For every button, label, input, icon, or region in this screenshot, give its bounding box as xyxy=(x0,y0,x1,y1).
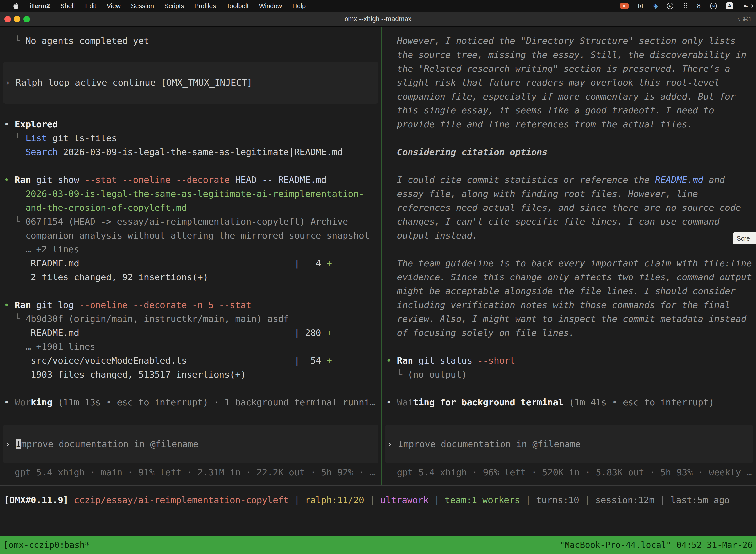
text-segment: | xyxy=(579,495,595,505)
menu-bar: iTerm2 Shell Edit View Session Scripts P… xyxy=(0,0,756,12)
text-segment: (11m 13s • esc to interrupt) · 1 backgro… xyxy=(52,397,375,407)
terminal-line: README.md | 4 + xyxy=(0,257,381,270)
right-prompt-input[interactable]: › Improve documentation in @filename xyxy=(385,425,753,463)
terminal-line: Search 2026-03-09-is-legal-the-same-as-l… xyxy=(0,145,381,159)
battery-icon[interactable]: ϟ xyxy=(743,4,752,8)
text-segment: git status xyxy=(413,355,478,366)
text-segment: • xyxy=(4,175,15,185)
terminal-area: └ No agents completed yet › Ralph loop a… xyxy=(0,26,756,554)
text-segment: src/voice/voiceModeEnabled.ts | 54 xyxy=(4,355,326,366)
terminal-line: However, I noticed the "Directory Struct… xyxy=(382,34,756,48)
menu-item-toolbelt[interactable]: Toolbelt xyxy=(227,2,249,10)
ralph-loop-panel: › Ralph loop active continue [OMX_TMUX_I… xyxy=(3,62,378,104)
menu-item-shell[interactable]: Shell xyxy=(60,2,75,10)
screen-recording-icon[interactable] xyxy=(620,3,629,9)
terminal-line: └ No agents completed yet xyxy=(0,34,381,48)
menu-item-scripts[interactable]: Scripts xyxy=(164,2,184,10)
text-segment: last:5m ago xyxy=(671,495,730,505)
terminal-line: gpt-5.4 xhigh · 96% left · 520K in · 5.8… xyxy=(382,465,756,479)
left-prompt-input[interactable]: › Improve documentation in @filename xyxy=(3,425,378,463)
terminal-line: changes, I can't cite specific file line… xyxy=(382,215,756,229)
tmux-host-clock: "MacBook-Pro-44.local" 04:52 31-Mar-26 xyxy=(560,536,753,554)
text-segment: of focusing solely on file lines. xyxy=(386,328,574,338)
terminal-line: companion analysis without altering the … xyxy=(0,229,381,242)
terminal-line: └ 067f154 (HEAD -> essay/ai-reimplementa… xyxy=(0,215,381,229)
dots-grid-icon[interactable]: ⠿ xyxy=(683,3,688,9)
menu-item-profiles[interactable]: Profiles xyxy=(194,2,216,10)
blue-app-icon[interactable]: ◈ xyxy=(652,3,657,9)
magnet-icon[interactable]: 8 xyxy=(697,3,701,9)
terminal-line: evidence. Since this change only affects… xyxy=(382,270,756,284)
text-segment: output instead. xyxy=(386,230,478,240)
text-segment: └ xyxy=(4,36,25,46)
terminal-line xyxy=(0,382,381,395)
left-transcript: • Explored └ List git ls-files Search 20… xyxy=(0,104,381,409)
terminal-line: src/voice/voiceModeEnabled.ts | 54 + xyxy=(0,354,381,368)
terminal-line: might be acceptable alongside the file l… xyxy=(382,284,756,298)
text-segment: 2 files changed, 92 insertions(+) xyxy=(4,272,208,282)
text-segment: and xyxy=(703,175,725,185)
text-segment: Wai xyxy=(397,397,413,407)
text-segment: Ran xyxy=(15,175,31,185)
terminal-line: I could cite commit statistics or refere… xyxy=(382,173,756,187)
text-segment: › xyxy=(5,439,16,449)
left-pane[interactable]: └ No agents completed yet › Ralph loop a… xyxy=(0,26,381,479)
terminal-line xyxy=(382,159,756,173)
text-segment: 1903 files changed, 513517 insertions(+) xyxy=(4,369,246,380)
text-segment: essay file, along with finding root file… xyxy=(386,189,698,199)
menu-item-iterm2[interactable]: iTerm2 xyxy=(29,2,50,10)
text-segment: the source tree, missing the essay. Stil… xyxy=(386,50,746,60)
text-segment: the "Related research writing" section i… xyxy=(386,63,730,74)
text-segment: HEAD -- README.md xyxy=(230,175,326,185)
text-segment: › xyxy=(5,77,16,88)
window-grid-icon[interactable]: ⊞ xyxy=(638,3,643,9)
text-segment: ting for background terminal xyxy=(413,397,564,407)
text-segment: git show xyxy=(31,175,84,185)
terminal-line: └ (no output) xyxy=(382,368,756,382)
omx-status-line: [OMX#0.11.9] cczip/essay/ai-reimplementa… xyxy=(0,493,756,507)
text-segment: + xyxy=(326,328,332,338)
menu-item-view[interactable]: View xyxy=(107,2,121,10)
pane-divider[interactable] xyxy=(381,26,382,486)
window-shortcut: ⌥⌘1 xyxy=(736,12,752,26)
terminal-line: provide file and line references from th… xyxy=(382,117,756,131)
terminal-line xyxy=(382,242,756,257)
text-segment: session:12m xyxy=(595,495,654,505)
text-segment: king xyxy=(31,397,52,407)
text-segment: README.md | 4 xyxy=(4,258,326,268)
menu-item-session[interactable]: Session xyxy=(131,2,154,10)
input-source-icon[interactable]: A xyxy=(726,2,733,9)
text-segment: | xyxy=(520,495,536,505)
terminal-line: the "Related research writing" section i… xyxy=(382,62,756,76)
terminal-line: gpt-5.4 xhigh · main · 91% left · 2.31M … xyxy=(0,465,381,479)
right-status-line: gpt-5.4 xhigh · 96% left · 520K in · 5.8… xyxy=(382,465,756,479)
menu-item-edit[interactable]: Edit xyxy=(85,2,96,10)
apple-icon[interactable] xyxy=(13,2,19,9)
screen-overlay-button[interactable]: Scre xyxy=(733,232,756,244)
charging-bolt-icon: ϟ xyxy=(743,3,752,8)
terminal-line: companion file, especially if more comme… xyxy=(382,90,756,104)
terminal-line xyxy=(382,340,756,354)
right-pane[interactable]: However, I noticed the "Directory Struct… xyxy=(382,26,756,479)
window-title: omx --xhigh --madmax xyxy=(0,12,756,26)
text-segment: Explored xyxy=(15,119,58,129)
text-segment: + xyxy=(326,258,332,268)
terminal-line: 2 files changed, 92 insertions(+) xyxy=(0,270,381,284)
menu-item-window[interactable]: Window xyxy=(259,2,282,10)
text-segment: turns:10 xyxy=(536,495,579,505)
gauge-icon[interactable]: .61 xyxy=(710,3,717,9)
text-segment: 2026-03-09-is-legal-the-same-as-legitima… xyxy=(4,189,364,199)
terminal-line: • Ran git show --stat --oneline --decora… xyxy=(0,173,381,187)
text-segment xyxy=(4,147,25,157)
terminal-line: references need actual files, and since … xyxy=(382,201,756,215)
terminal-line: Considering citation options xyxy=(382,145,756,159)
terminal-line: 2026-03-09-is-legal-the-same-as-legitima… xyxy=(0,187,381,201)
terminal-line: • Working (11m 13s • esc to interrupt) ·… xyxy=(0,395,381,409)
terminal-line: README.md | 280 + xyxy=(0,326,381,340)
text-segment: --short xyxy=(478,355,515,366)
play-circle-icon[interactable]: ▸ xyxy=(667,3,674,9)
text-segment: • xyxy=(4,397,15,407)
menu-item-help[interactable]: Help xyxy=(293,2,306,10)
text-segment: and-the-erosion-of-copyleft.md xyxy=(4,203,187,213)
text-segment: 2026-03-09-is-legal-the-same-as-legitima… xyxy=(58,147,343,157)
